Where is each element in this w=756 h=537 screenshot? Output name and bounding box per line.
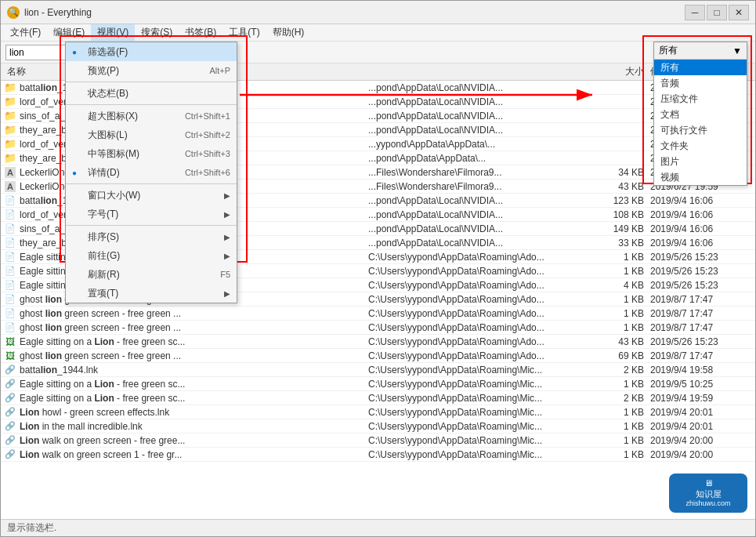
maximize-button[interactable]: □ bbox=[707, 5, 727, 20]
filter-all[interactable]: 所有 bbox=[654, 60, 747, 75]
table-row[interactable]: 📄 ghost lion green screen - free green .… bbox=[1, 307, 755, 321]
menu-bookmark[interactable]: 书签(B) bbox=[179, 24, 222, 41]
minimize-button[interactable]: ─ bbox=[685, 5, 705, 20]
ctx-windowsize[interactable]: 窗口大小(W) ▶ bbox=[66, 186, 237, 205]
filter-document[interactable]: 文档 bbox=[654, 107, 747, 122]
filter-audio[interactable]: 音频 bbox=[654, 75, 747, 91]
ctx-bigicon[interactable]: 大图标(L) Ctrl+Shift+2 bbox=[66, 125, 237, 144]
file-path: ...Files\Wondershare\Filmora9... bbox=[368, 167, 588, 178]
file-name: Eagle sitting on a Lion - free green sc.… bbox=[20, 379, 368, 390]
ctx-filter[interactable]: ● 筛选器(F) bbox=[66, 42, 237, 61]
table-row[interactable]: 🔗 battalion_1944.lnk C:\Users\yypond\App… bbox=[1, 363, 755, 377]
file-icon: A bbox=[4, 180, 16, 193]
file-path: ...pond\AppData\AppData\... bbox=[368, 153, 588, 164]
ctx-settings-arrow: ▶ bbox=[224, 289, 230, 298]
menu-help[interactable]: 帮助(H) bbox=[266, 24, 311, 41]
ctx-sort-label: 排序(S) bbox=[88, 230, 224, 244]
file-icon: 📄 bbox=[4, 194, 16, 207]
filter-header[interactable]: 所有 ▼ bbox=[654, 42, 747, 60]
table-row[interactable]: 🔗 Eagle sitting on a Lion - free green s… bbox=[1, 377, 755, 391]
menu-view[interactable]: 视图(V) bbox=[91, 24, 135, 41]
ctx-goto[interactable]: 前往(G) ▶ bbox=[66, 246, 237, 265]
file-name: Lion walk on green screen - free gree... bbox=[20, 435, 368, 446]
file-icon: 📄 bbox=[4, 307, 16, 320]
file-icon: 🖼 bbox=[4, 350, 16, 362]
ctx-preview-shortcut: Alt+P bbox=[209, 66, 230, 75]
file-date: 2019/9/4 16:06 bbox=[650, 238, 752, 249]
file-icon: 📄 bbox=[4, 293, 16, 306]
file-date: 2019/9/4 20:00 bbox=[650, 449, 752, 460]
file-name: Eagle sitting on a Lion - free green sc.… bbox=[20, 393, 368, 404]
file-name: Lion howl - green screen effects.lnk bbox=[20, 407, 368, 418]
table-row[interactable]: 🖼 ghost lion green screen - free green .… bbox=[1, 349, 755, 363]
file-path: C:\Users\yypond\AppData\Roaming\Mic... bbox=[368, 407, 588, 418]
menu-tools[interactable]: 工具(T) bbox=[222, 24, 266, 41]
ctx-mediumicon[interactable]: 中等图标(M) Ctrl+Shift+3 bbox=[66, 144, 237, 163]
file-name: ghost lion green screen - free green ... bbox=[20, 322, 368, 333]
ctx-windowsize-arrow: ▶ bbox=[224, 191, 230, 200]
file-icon: 🖼 bbox=[4, 336, 16, 348]
filter-folder[interactable]: 文件夹 bbox=[654, 138, 747, 154]
file-icon: 📁 bbox=[4, 138, 16, 151]
table-row[interactable]: 🔗 Eagle sitting on a Lion - free green s… bbox=[1, 391, 755, 405]
table-row[interactable]: 🔗 Lion walk on green screen - free gree.… bbox=[1, 434, 755, 448]
file-icon: 🔗 bbox=[4, 392, 16, 405]
file-path: C:\Users\yypond\AppData\Roaming\Mic... bbox=[368, 449, 588, 460]
ctx-largeicon-label: 超大图标(X) bbox=[88, 110, 185, 123]
context-menu: ● 筛选器(F) 预览(P) Alt+P 状态栏(B) 超大图标(X) Ctrl… bbox=[65, 42, 237, 303]
filter-compressed[interactable]: 压缩文件 bbox=[654, 91, 747, 107]
ctx-preview[interactable]: 预览(P) Alt+P bbox=[66, 61, 237, 80]
close-button[interactable]: ✕ bbox=[729, 5, 749, 20]
file-icon: 📁 bbox=[4, 124, 16, 136]
ctx-fontsize[interactable]: 字号(T) ▶ bbox=[66, 205, 237, 223]
ctx-mediumicon-label: 中等图标(M) bbox=[88, 147, 185, 161]
table-row[interactable]: 🔗 Lion in the mall incredible.lnk C:\Use… bbox=[1, 419, 755, 434]
file-size: 149 KB bbox=[588, 223, 650, 234]
col-size-header[interactable]: 大小 bbox=[588, 65, 650, 78]
file-path: C:\Users\yypond\AppData\Roaming\Ado... bbox=[368, 336, 588, 347]
table-row[interactable]: 🖼 Eagle sitting on a Lion - free green s… bbox=[1, 335, 755, 349]
table-row[interactable]: 📄 ghost lion green screen - free green .… bbox=[1, 321, 755, 335]
file-icon: 🔗 bbox=[4, 406, 16, 419]
ctx-goto-label: 前往(G) bbox=[88, 249, 224, 263]
file-size: 1 KB bbox=[588, 379, 650, 390]
menu-search[interactable]: 搜索(S) bbox=[135, 24, 179, 41]
file-path: ...pond\AppData\Local\NVIDIA... bbox=[368, 96, 588, 107]
ctx-refresh-shortcut: F5 bbox=[220, 270, 230, 279]
file-size: 1 KB bbox=[588, 435, 650, 446]
filter-image[interactable]: 图片 bbox=[654, 154, 747, 169]
table-row[interactable]: 🔗 Lion howl - green screen effects.lnk C… bbox=[1, 405, 755, 419]
file-icon: 📄 bbox=[4, 237, 16, 249]
filter-dropdown: 所有 ▼ 所有 音频 压缩文件 文档 可执行文件 文件夹 图片 视频 bbox=[653, 42, 747, 186]
file-name: ghost lion green screen - free green ... bbox=[20, 308, 368, 319]
file-path: ...pond\AppData\Local\NVIDIA... bbox=[368, 111, 588, 122]
menu-file[interactable]: 文件(F) bbox=[4, 24, 47, 41]
ctx-largeicon[interactable]: 超大图标(X) Ctrl+Shift+1 bbox=[66, 107, 237, 125]
ctx-detail[interactable]: ● 详情(D) Ctrl+Shift+6 bbox=[66, 163, 237, 182]
filter-video[interactable]: 视频 bbox=[654, 169, 747, 185]
ctx-settings[interactable]: 置项(T) ▶ bbox=[66, 284, 237, 303]
window-title: lion - Everything bbox=[24, 7, 685, 18]
file-icon: 📄 bbox=[4, 321, 16, 334]
ctx-sort[interactable]: 排序(S) ▶ bbox=[66, 227, 237, 246]
menu-edit[interactable]: 编辑(E) bbox=[47, 24, 91, 41]
file-date: 2019/5/26 15:23 bbox=[650, 252, 752, 263]
ctx-settings-label: 置项(T) bbox=[88, 287, 224, 300]
file-size: 33 KB bbox=[588, 238, 650, 249]
ctx-refresh[interactable]: 刷新(R) F5 bbox=[66, 265, 237, 284]
file-date: 2019/9/4 16:06 bbox=[650, 195, 752, 206]
file-path: C:\Users\yypond\AppData\Roaming\Mic... bbox=[368, 393, 588, 404]
file-path: C:\Users\yypond\AppData\Roaming\Ado... bbox=[368, 252, 588, 263]
ctx-statusbar[interactable]: 状态栏(B) bbox=[66, 84, 237, 103]
file-path: ...Files\Wondershare\Filmora9... bbox=[368, 181, 588, 192]
ctx-preview-label: 预览(P) bbox=[88, 64, 209, 78]
ctx-bigicon-shortcut: Ctrl+Shift+2 bbox=[185, 130, 230, 140]
ctx-detail-shortcut: Ctrl+Shift+6 bbox=[185, 168, 230, 177]
file-icon: 📄 bbox=[4, 279, 16, 292]
file-path: C:\Users\yypond\AppData\Roaming\Mic... bbox=[368, 435, 588, 446]
file-size: 108 KB bbox=[588, 209, 650, 220]
dropdown-arrow-icon: ▼ bbox=[732, 45, 742, 56]
table-row[interactable]: 🔗 Lion walk on green screen 1 - free gr.… bbox=[1, 448, 755, 462]
file-size: 43 KB bbox=[588, 181, 650, 192]
filter-executable[interactable]: 可执行文件 bbox=[654, 122, 747, 138]
